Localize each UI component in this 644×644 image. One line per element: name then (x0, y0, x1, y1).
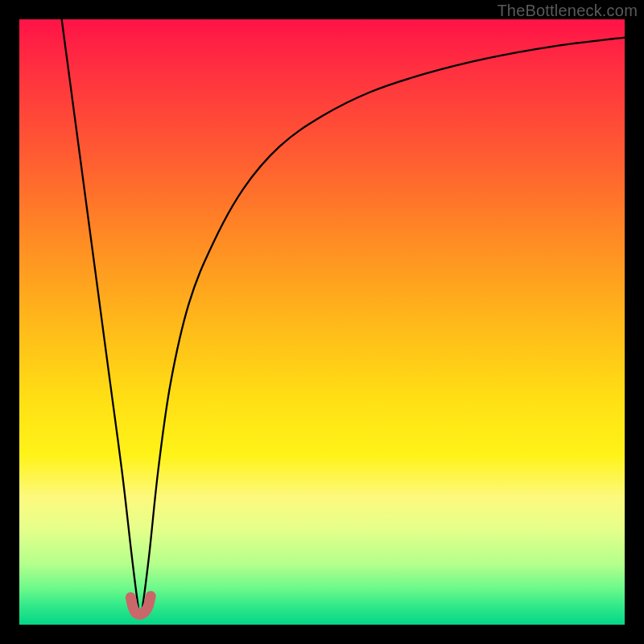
chart-plot-area (19, 19, 625, 625)
chart-stage: TheBottleneck.com (0, 0, 644, 644)
sweet-spot-arc (130, 597, 151, 615)
chart-svg (19, 19, 625, 625)
watermark-text: TheBottleneck.com (497, 2, 638, 20)
bottleneck-curve (62, 19, 625, 617)
